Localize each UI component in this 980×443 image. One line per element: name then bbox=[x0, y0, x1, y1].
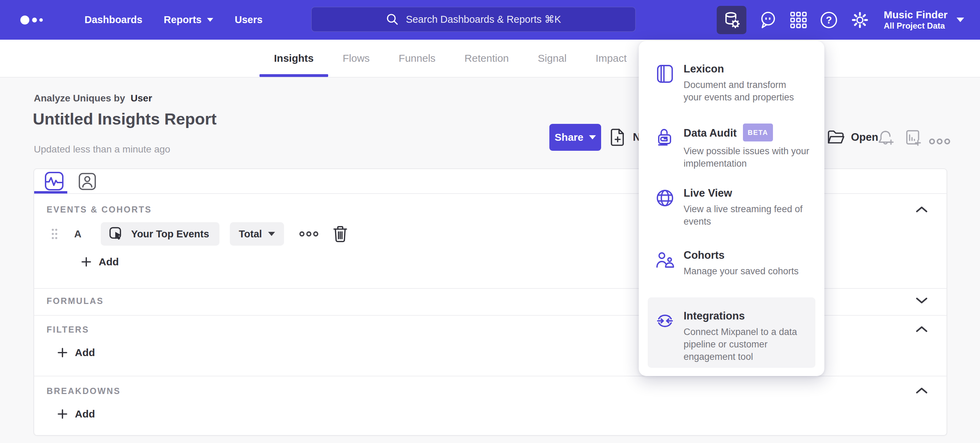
data-management-icon bbox=[722, 11, 741, 29]
menu-item-description: View possible issues with your implement… bbox=[684, 145, 825, 170]
live-view-globe-icon bbox=[655, 188, 675, 228]
add-to-board-chart-plus-button[interactable] bbox=[904, 129, 922, 147]
top-nav: Dashboards Reports Users Search Dashboar… bbox=[0, 0, 980, 40]
project-scope: All Project Data bbox=[884, 21, 948, 31]
add-filter-button[interactable]: Add bbox=[57, 347, 95, 359]
help-button[interactable]: ? bbox=[819, 11, 838, 29]
project-name: Music Finder bbox=[884, 9, 948, 21]
active-view-underline bbox=[34, 191, 67, 194]
chart-view-tab[interactable] bbox=[45, 171, 64, 191]
search-icon bbox=[386, 13, 399, 26]
chevron-down-icon bbox=[207, 18, 213, 22]
report-tabs: Insights Flows Funnels Retention Signal … bbox=[274, 40, 627, 77]
event-more-options-button[interactable] bbox=[299, 230, 318, 238]
tab-insights[interactable]: Insights bbox=[274, 40, 314, 77]
event-pointer-icon bbox=[108, 226, 124, 242]
beta-badge: BETA bbox=[743, 124, 773, 141]
menu-item-title: Live View bbox=[684, 186, 816, 200]
drag-handle[interactable] bbox=[51, 227, 57, 241]
profiles-view-tab[interactable] bbox=[78, 173, 96, 191]
feedback-button[interactable] bbox=[759, 10, 778, 30]
nav-reports-label: Reports bbox=[164, 14, 202, 25]
filters-section-header: FILTERS bbox=[46, 325, 89, 335]
menu-item-description: Connect Mixpanel to a data pipeline or c… bbox=[684, 326, 806, 363]
event-selector-button[interactable]: Your Top Events bbox=[101, 222, 220, 246]
chevron-down-icon bbox=[589, 135, 596, 140]
data-audit-lock-icon bbox=[655, 126, 675, 170]
more-options-button[interactable] bbox=[929, 137, 950, 146]
data-management-button[interactable] bbox=[717, 6, 746, 34]
tab-insights-label: Insights bbox=[274, 52, 314, 64]
share-button[interactable]: Share bbox=[549, 124, 601, 151]
search-input[interactable]: Search Dashboards & Reports ⌘K bbox=[311, 7, 636, 32]
nav-users[interactable]: Users bbox=[235, 14, 262, 25]
add-event-button[interactable]: Add bbox=[81, 256, 119, 268]
plus-icon bbox=[57, 408, 68, 419]
nav-dashboards-label: Dashboards bbox=[84, 14, 143, 25]
cohorts-people-icon bbox=[655, 251, 675, 277]
events-section-header: EVENTS & COHORTS bbox=[46, 205, 152, 214]
alert-bell-plus-button[interactable] bbox=[877, 129, 895, 147]
report-tab-bar: Insights Flows Funnels Retention Signal … bbox=[0, 40, 980, 78]
menu-item-title: Cohorts bbox=[684, 248, 825, 262]
mixpanel-logo-icon[interactable] bbox=[17, 11, 48, 29]
lexicon-book-icon bbox=[655, 64, 675, 103]
menu-item-description: View a live streaming feed of events bbox=[684, 203, 816, 228]
chevron-down-icon bbox=[268, 232, 275, 236]
menu-item-live-view[interactable]: Live View View a live streaming feed of … bbox=[648, 179, 815, 235]
expand-formulas-chevron-down[interactable] bbox=[915, 297, 928, 304]
plus-icon bbox=[81, 256, 92, 267]
collapse-events-chevron-up[interactable] bbox=[915, 206, 928, 213]
menu-item-cohorts[interactable]: Cohorts Manage your saved cohorts bbox=[648, 241, 815, 284]
mixpanel-app: Dashboards Reports Users Search Dashboar… bbox=[0, 0, 980, 443]
menu-item-title: Lexicon bbox=[684, 62, 803, 76]
svg-text:?: ? bbox=[826, 14, 832, 25]
nav-right-cluster: ? Music Finder All Project Data bbox=[717, 0, 980, 40]
updated-timestamp: Updated less than a minute ago bbox=[34, 144, 170, 155]
project-info: Music Finder All Project Data bbox=[884, 9, 948, 31]
chevron-down-icon bbox=[956, 17, 964, 22]
search-placeholder: Search Dashboards & Reports ⌘K bbox=[406, 13, 561, 25]
event-row-letter: A bbox=[74, 229, 81, 240]
analysis-mode: Analyze Uniques by User bbox=[34, 93, 152, 104]
apps-grid-button[interactable] bbox=[790, 11, 807, 29]
plus-icon bbox=[57, 347, 68, 358]
menu-item-integrations[interactable]: Integrations Connect Mixpanel to a data … bbox=[648, 297, 815, 368]
formulas-section-header: FORMULAS bbox=[46, 296, 104, 306]
add-breakdown-button[interactable]: Add bbox=[57, 408, 95, 420]
open-report-button[interactable]: Open bbox=[827, 124, 878, 151]
menu-item-description: Document and transform your events and p… bbox=[684, 79, 803, 103]
tab-retention[interactable]: Retention bbox=[465, 40, 509, 77]
menu-item-title: Data Audit BETA bbox=[684, 124, 825, 142]
aggregation-dropdown[interactable]: Total bbox=[230, 222, 284, 246]
tab-impact[interactable]: Impact bbox=[596, 40, 627, 77]
collapse-breakdowns-chevron-up[interactable] bbox=[915, 387, 928, 394]
event-row: A Your Top Events Total bbox=[51, 221, 348, 246]
project-selector[interactable]: Music Finder All Project Data bbox=[881, 9, 964, 31]
tab-funnels[interactable]: Funnels bbox=[399, 40, 436, 77]
menu-item-data-audit[interactable]: Data Audit BETA View possible issues wit… bbox=[648, 117, 815, 177]
file-plus-icon bbox=[610, 128, 626, 147]
folder-icon bbox=[827, 129, 845, 145]
breakdowns-section-header: BREAKDOWNS bbox=[46, 386, 121, 396]
delete-event-trash-button[interactable] bbox=[332, 225, 348, 243]
settings-gear-button[interactable] bbox=[851, 11, 869, 29]
menu-item-lexicon[interactable]: Lexicon Document and transform your even… bbox=[648, 55, 815, 110]
share-button-label: Share bbox=[555, 132, 583, 143]
analysis-mode-value[interactable]: User bbox=[131, 93, 152, 104]
tab-signal[interactable]: Signal bbox=[538, 40, 566, 77]
aggregation-value: Total bbox=[239, 229, 262, 240]
nav-reports[interactable]: Reports bbox=[164, 14, 213, 25]
analysis-mode-label: Analyze Uniques by bbox=[34, 93, 125, 104]
report-title[interactable]: Untitled Insights Report bbox=[33, 110, 217, 129]
collapse-filters-chevron-up[interactable] bbox=[915, 326, 928, 333]
event-name: Your Top Events bbox=[131, 229, 209, 240]
nav-dashboards[interactable]: Dashboards bbox=[84, 14, 143, 25]
menu-item-title: Integrations bbox=[684, 309, 806, 323]
insights-page: Analyze Uniques by User Untitled Insight… bbox=[0, 78, 980, 443]
nav-users-label: Users bbox=[235, 14, 262, 25]
menu-item-description: Manage your saved cohorts bbox=[684, 265, 825, 277]
tab-flows[interactable]: Flows bbox=[343, 40, 369, 77]
open-report-label: Open bbox=[851, 131, 878, 143]
data-management-menu: Lexicon Document and transform your even… bbox=[639, 41, 824, 376]
